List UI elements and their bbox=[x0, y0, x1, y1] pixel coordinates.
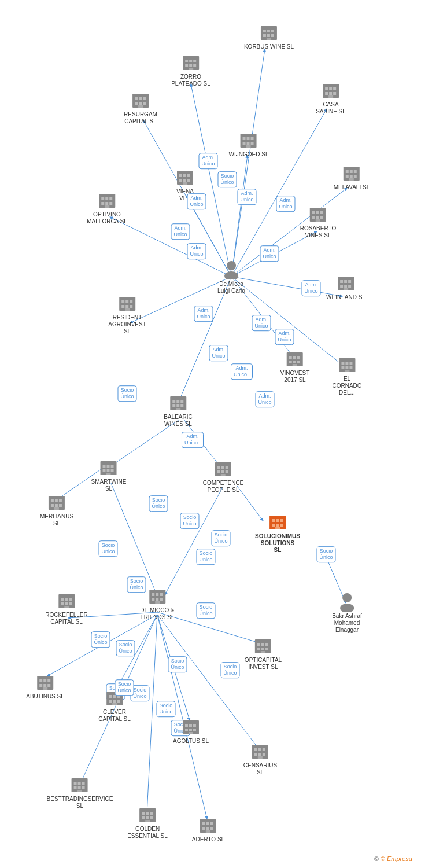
node-aderto[interactable]: ADERTO SL bbox=[192, 814, 224, 843]
meritanus-label: MERITANUSSL bbox=[40, 513, 73, 527]
competence-people-label: COMPETENCEPEOPLE SL bbox=[203, 480, 244, 494]
node-wijngoed[interactable]: WIJNGOED SL bbox=[229, 129, 269, 158]
badge-socio-unico-dmf4[interactable]: SocioÚnico bbox=[168, 656, 187, 672]
node-agoltus[interactable]: AGOLTUS SL bbox=[173, 716, 209, 745]
svg-rect-71 bbox=[346, 170, 349, 173]
badge-adm-unico-5[interactable]: Adm.Unico bbox=[171, 223, 190, 240]
badge-socio-unico-sol1[interactable]: SocioÚnico bbox=[149, 495, 168, 512]
node-censarius[interactable]: CENSARIUSSL bbox=[243, 740, 277, 776]
svg-rect-183 bbox=[155, 601, 160, 604]
badge-adm-unico-7[interactable]: Adm.Unico bbox=[260, 245, 279, 262]
badge-adm-unico-12[interactable]: Adm.Unico bbox=[209, 345, 228, 361]
badge-socio-unico-sol4[interactable]: SocioÚnico bbox=[196, 549, 215, 565]
svg-rect-130 bbox=[345, 362, 348, 365]
svg-rect-167 bbox=[54, 507, 59, 510]
node-korbus-wine[interactable]: KORBUS WINE SL bbox=[244, 21, 294, 50]
svg-rect-230 bbox=[254, 753, 257, 756]
node-bakr-ashraf[interactable]: Bakr AshrafMohamedElnaggar bbox=[332, 591, 362, 634]
node-resurgam[interactable]: RESURGAMCAPITAL SL bbox=[124, 89, 157, 125]
svg-rect-227 bbox=[254, 748, 257, 751]
svg-rect-96 bbox=[316, 211, 319, 214]
svg-rect-232 bbox=[263, 753, 265, 756]
badge-socio-unico-resident[interactable]: SocioÚnico bbox=[117, 385, 136, 402]
building-icon bbox=[198, 814, 219, 835]
weinland-label: WEINLAND SL bbox=[326, 294, 365, 301]
badge-adm-unico-4[interactable]: Adm.Unico bbox=[276, 196, 295, 212]
svg-rect-214 bbox=[109, 700, 112, 703]
building-icon bbox=[168, 392, 189, 413]
node-zorro-plateado[interactable]: ZORROPLATEADO SL bbox=[171, 52, 211, 87]
badge-socio-unico-dmf5[interactable]: SocioÚnico bbox=[220, 662, 239, 678]
node-opticapital[interactable]: OPTICAPITALINVEST SL bbox=[245, 635, 282, 671]
badge-socio-unico-bakr[interactable]: SocioÚnico bbox=[316, 546, 335, 562]
node-competence-people[interactable]: COMPETENCEPEOPLE SL bbox=[203, 458, 244, 494]
svg-rect-157 bbox=[221, 470, 224, 473]
svg-rect-190 bbox=[69, 602, 72, 605]
badge-socio-unico-meritanus[interactable]: SocioÚnico bbox=[98, 540, 117, 557]
de-micco-friends-label: DE MICCO &FRIENDS SL bbox=[140, 607, 174, 621]
node-melavali[interactable]: MELAVALI SL bbox=[334, 162, 370, 191]
svg-rect-109 bbox=[344, 285, 347, 288]
node-vinovest-2017[interactable]: VINOVEST2017 SL bbox=[280, 348, 310, 384]
badge-adm-unico-10[interactable]: Adm.Unico bbox=[252, 315, 271, 331]
optivino-mallorca-label: OPTIVINOMALLORCA SL bbox=[87, 211, 127, 225]
svg-rect-220 bbox=[189, 724, 192, 727]
svg-rect-229 bbox=[263, 748, 265, 751]
badge-adm-unico-6[interactable]: Adm.Unico bbox=[187, 243, 206, 259]
badge-socio-unico-dmf3[interactable]: SocioÚnico bbox=[116, 640, 135, 656]
svg-rect-100 bbox=[320, 216, 323, 219]
bakr-ashraf-label: Bakr AshrafMohamedElnaggar bbox=[332, 613, 362, 634]
badge-adm-unico-15[interactable]: Adm.Unico.. bbox=[182, 432, 204, 448]
building-highlight-icon bbox=[267, 511, 288, 532]
node-rosaberto-vines[interactable]: ROSABERTOVINES SL bbox=[300, 203, 336, 239]
badge-adm-unico-13[interactable]: Adm.Unico.. bbox=[231, 363, 253, 380]
svg-rect-68 bbox=[251, 142, 254, 145]
badge-socio-unico-sol3[interactable]: SocioÚnico bbox=[211, 530, 230, 546]
node-besttradingservice[interactable]: BESTTRADINGSERVICESL bbox=[47, 774, 113, 810]
badge-socio-unico-dmf2[interactable]: SocioÚnico bbox=[91, 631, 110, 648]
badge-adm-unico-14[interactable]: Adm.Unico bbox=[255, 391, 274, 407]
node-golden-essential[interactable]: GOLDENESSENTIAL SL bbox=[127, 804, 168, 840]
svg-rect-63 bbox=[243, 137, 246, 140]
node-solucionimus[interactable]: SOLUCIONIMUSSOLUTIONSSL bbox=[255, 511, 300, 554]
rosaberto-vines-label: ROSABERTOVINES SL bbox=[300, 225, 336, 239]
badge-socio-unico-ag2[interactable]: SocioÚnico bbox=[156, 701, 175, 717]
svg-point-192 bbox=[342, 593, 352, 602]
badge-socio-unico-1[interactable]: SocioÚnico bbox=[217, 171, 237, 187]
agoltus-label: AGOLTUS SL bbox=[173, 738, 209, 745]
svg-rect-253 bbox=[211, 822, 213, 825]
node-rockefeller-capital[interactable]: ROCKEFELLERCAPITAL SL bbox=[45, 590, 87, 626]
badge-adm-unico-3[interactable]: Adm.Unico bbox=[187, 193, 206, 209]
copyright-text: © © Empresa bbox=[374, 855, 412, 862]
node-balearic-wines[interactable]: BALEARICWINES SL bbox=[164, 392, 192, 428]
svg-rect-150 bbox=[111, 469, 114, 472]
node-de-micco[interactable]: De MiccoLuigi Carlo bbox=[217, 259, 245, 295]
node-weinland[interactable]: WEINLAND SL bbox=[326, 272, 365, 301]
badge-socio-unico-sol2[interactable]: SocioÚnico bbox=[180, 513, 199, 529]
badge-adm-unico-11[interactable]: Adm.Unico bbox=[275, 329, 294, 345]
svg-rect-166 bbox=[59, 504, 62, 507]
badge-adm-unico-9[interactable]: Adm.Unico bbox=[194, 306, 213, 322]
node-smartwine[interactable]: SMARTWINESL bbox=[91, 457, 127, 492]
node-el-cornado[interactable]: ELCORNADODEL... bbox=[332, 354, 361, 396]
badge-adm-unico-2[interactable]: Adm.Unico bbox=[237, 189, 256, 205]
node-casa-sabine[interactable]: CASASABINE SL bbox=[316, 79, 346, 115]
node-meritanus[interactable]: MERITANUSSL bbox=[40, 491, 73, 527]
svg-rect-247 bbox=[146, 816, 149, 819]
svg-rect-217 bbox=[112, 703, 117, 705]
building-icon bbox=[285, 348, 305, 369]
node-optivino-mallorca[interactable]: OPTIVINOMALLORCA SL bbox=[87, 189, 127, 225]
badge-adm-unico-1[interactable]: Adm.Único bbox=[198, 153, 217, 169]
badge-socio-unico-ag1[interactable]: SocioÚnico bbox=[115, 679, 134, 696]
svg-rect-133 bbox=[345, 366, 348, 369]
badge-adm-unico-8[interactable]: Adm.Unico bbox=[301, 280, 320, 296]
node-abutinus[interactable]: ABUTINUS SL bbox=[26, 671, 64, 700]
node-resident-agroinvest[interactable]: RESIDENTAGROINVESTSL bbox=[108, 292, 146, 335]
badge-socio-unico-dmf1[interactable]: SocioÚnico bbox=[196, 602, 215, 619]
svg-rect-201 bbox=[261, 651, 265, 653]
zorro-plateado-label: ZORROPLATEADO SL bbox=[171, 73, 211, 87]
node-de-micco-friends[interactable]: DE MICCO &FRIENDS SL bbox=[140, 585, 174, 621]
svg-rect-91 bbox=[105, 202, 108, 205]
svg-rect-221 bbox=[193, 724, 196, 727]
svg-rect-92 bbox=[109, 202, 112, 205]
